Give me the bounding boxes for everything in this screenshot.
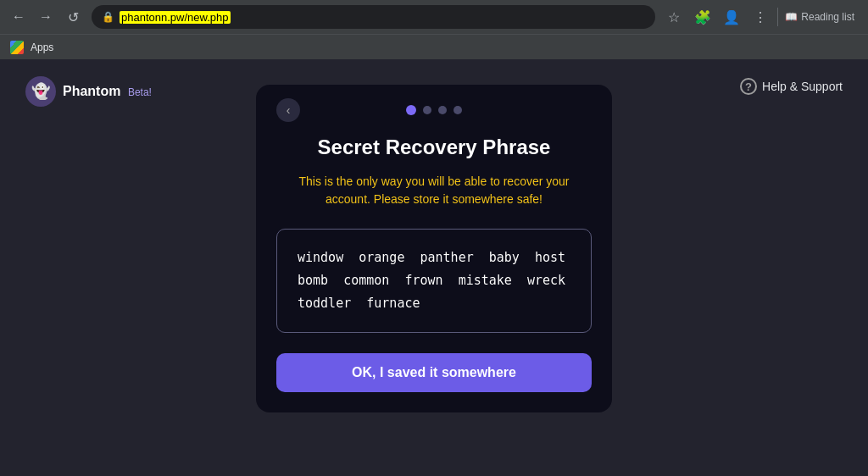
help-support-button[interactable]: ? Help & Support — [740, 78, 843, 95]
bookmarks-bar: Apps — [0, 34, 868, 59]
phantom-avatar: 👻 — [25, 76, 56, 107]
phantom-logo: 👻 Phantom Beta! — [25, 76, 152, 107]
reading-list-icon: 📖 — [785, 11, 798, 23]
star-button[interactable]: ☆ — [662, 5, 686, 29]
address-highlight: phantonn.pw/new.php — [120, 11, 231, 24]
forward-button[interactable]: → — [34, 5, 58, 29]
profile-button[interactable]: 👤 — [720, 5, 743, 29]
ok-button[interactable]: OK, I saved it somewhere — [276, 353, 592, 392]
phantom-name-container: Phantom Beta! — [63, 84, 152, 99]
reading-list-label: Reading list — [801, 11, 854, 23]
back-button[interactable]: ← — [7, 5, 31, 29]
dot-1 — [406, 105, 416, 115]
phantom-name: Phantom — [63, 84, 120, 98]
dot-4 — [453, 106, 462, 114]
card-title: Secret Recovery Phrase — [318, 136, 551, 159]
apps-icon — [10, 41, 24, 54]
help-icon: ? — [740, 78, 757, 95]
address-text[interactable]: phantonn.pw/new.php — [120, 11, 231, 24]
page-content: 👻 Phantom Beta! ? Help & Support ‹ Secre… — [0, 59, 868, 476]
apps-label[interactable]: Apps — [31, 42, 53, 53]
phrase-text: window orange panther baby host bomb com… — [298, 246, 570, 315]
browser-chrome: ← → ↺ 🔒 phantonn.pw/new.php ☆ 🧩 👤 ⋮ 📖 Re… — [0, 0, 868, 59]
toolbar-actions: ☆ 🧩 👤 ⋮ 📖 Reading list — [662, 5, 861, 29]
dot-2 — [423, 106, 431, 114]
warning-text: This is the only way you will be able to… — [276, 173, 592, 208]
menu-button[interactable]: ⋮ — [748, 5, 772, 29]
lock-icon: 🔒 — [102, 11, 114, 23]
back-arrow-button[interactable]: ‹ — [276, 98, 300, 122]
reload-button[interactable]: ↺ — [61, 5, 85, 29]
extensions-button[interactable]: 🧩 — [691, 5, 715, 29]
browser-toolbar: ← → ↺ 🔒 phantonn.pw/new.php ☆ 🧩 👤 ⋮ 📖 Re… — [0, 0, 868, 34]
nav-buttons: ← → ↺ — [7, 5, 85, 29]
reading-list-button[interactable]: 📖 Reading list — [777, 8, 861, 26]
phrase-box: window orange panther baby host bomb com… — [276, 229, 592, 333]
help-support-label: Help & Support — [762, 80, 843, 93]
address-bar-container: 🔒 phantonn.pw/new.php — [92, 5, 655, 29]
phantom-beta: Beta! — [128, 86, 152, 98]
dot-3 — [438, 106, 447, 114]
card: ‹ Secret Recovery Phrase This is the onl… — [256, 85, 612, 412]
stepper: ‹ — [276, 105, 592, 115]
